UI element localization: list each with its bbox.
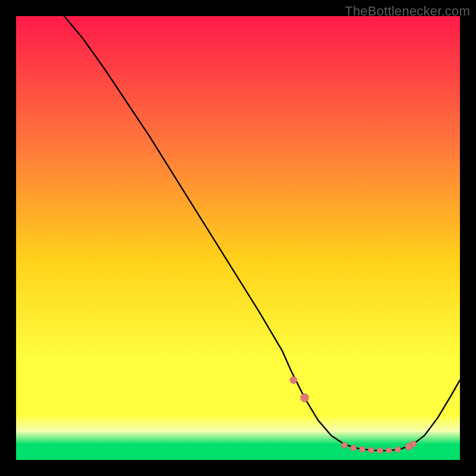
curve-marker xyxy=(395,446,401,452)
curve-marker xyxy=(300,394,309,402)
gradient-background xyxy=(16,16,460,460)
curve-marker xyxy=(368,447,374,453)
chart-container: TheBottlenecker.com xyxy=(0,0,476,476)
curve-marker xyxy=(377,447,383,453)
curve-marker xyxy=(359,446,365,452)
curve-marker xyxy=(350,445,356,451)
plot-area xyxy=(16,16,460,460)
curve-marker xyxy=(342,442,347,448)
chart-svg xyxy=(16,16,460,460)
curve-marker xyxy=(386,447,392,453)
curve-marker xyxy=(411,441,416,447)
curve-marker xyxy=(290,377,297,384)
